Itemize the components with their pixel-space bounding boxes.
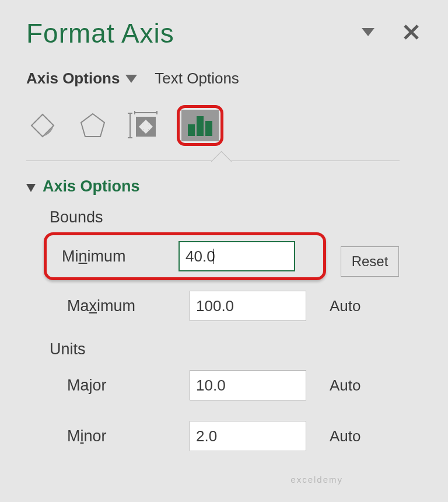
minor-input[interactable] <box>190 421 306 451</box>
effects-icon[interactable] <box>76 109 109 142</box>
major-auto-label: Auto <box>330 376 361 395</box>
svg-marker-5 <box>81 114 104 137</box>
section-axis-options-toggle[interactable]: Axis Options <box>26 177 430 196</box>
reset-button[interactable]: Reset <box>341 246 399 277</box>
format-axis-panel: Format Axis Axis Options Text Options <box>0 0 448 502</box>
size-properties-icon[interactable] <box>127 109 159 142</box>
minor-label: Minor <box>67 427 190 445</box>
maximum-label: Maximum <box>67 297 190 315</box>
minimum-input[interactable]: 40.0 <box>178 241 295 271</box>
fill-line-icon[interactable] <box>26 109 59 142</box>
bounds-label: Bounds <box>50 208 430 226</box>
maximum-auto-label: Auto <box>330 297 361 315</box>
minimum-highlight: Minimum 40.0 <box>44 232 326 280</box>
svg-marker-4 <box>32 114 54 137</box>
minimum-label: Minimum <box>62 247 178 266</box>
units-label: Units <box>50 340 430 358</box>
divider <box>26 161 400 161</box>
close-icon[interactable] <box>404 25 419 42</box>
svg-rect-16 <box>197 116 204 136</box>
major-input[interactable] <box>190 370 306 400</box>
svg-marker-3 <box>125 75 137 83</box>
maximum-input[interactable] <box>190 291 306 321</box>
tab-text-options[interactable]: Text Options <box>155 69 239 88</box>
svg-rect-17 <box>205 121 212 136</box>
collapse-icon <box>26 184 36 192</box>
minor-auto-label: Auto <box>330 427 361 445</box>
options-dropdown-icon[interactable] <box>362 28 374 39</box>
svg-marker-0 <box>362 28 374 36</box>
major-label: Major <box>67 376 190 395</box>
axis-options-icon[interactable] <box>181 110 219 141</box>
tab-axis-options[interactable]: Axis Options <box>26 69 137 88</box>
axis-options-icon-highlight <box>177 105 223 146</box>
panel-title: Format Axis <box>26 18 174 49</box>
chevron-down-icon <box>125 75 137 83</box>
svg-rect-15 <box>188 124 195 136</box>
watermark: exceldemy <box>290 475 343 484</box>
